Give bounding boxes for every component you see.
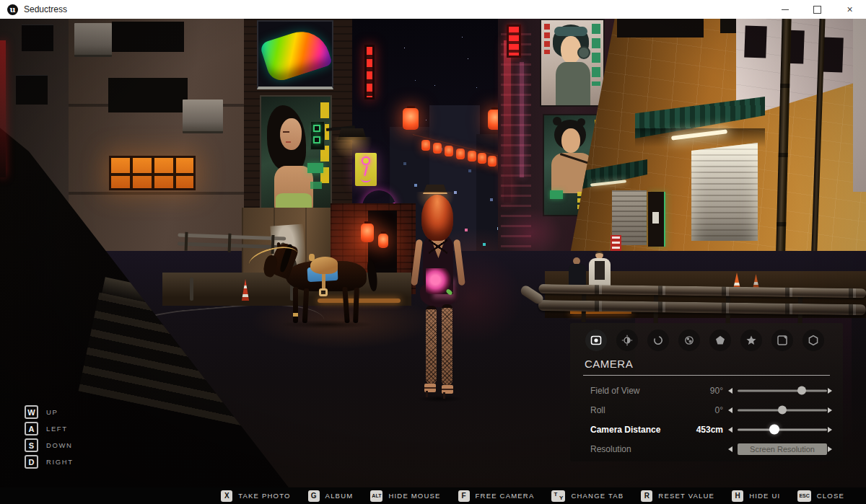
- hotkey-hide-ui[interactable]: H HIDE UI: [732, 490, 780, 502]
- hotkey-reset-value[interactable]: R RESET VALUE: [641, 490, 714, 502]
- decrease-arrow[interactable]: [728, 427, 732, 433]
- panel-title: CAMERA: [585, 358, 843, 370]
- row-value: 0°: [715, 405, 723, 415]
- red-lantern: [445, 146, 453, 156]
- roll-slider-handle[interactable]: [778, 406, 787, 415]
- decrease-arrow[interactable]: [728, 388, 732, 394]
- star-icon: [745, 335, 757, 346]
- tab-exposure[interactable]: [616, 330, 638, 351]
- key-r-icon: R: [641, 490, 652, 502]
- tab-color[interactable]: [678, 330, 700, 351]
- green-neon-sign: [310, 121, 325, 150]
- red-lantern: [456, 149, 465, 159]
- hint-left: A LEFT: [25, 422, 74, 436]
- red-vertical-neon-sign: [364, 45, 375, 100]
- key-s: S: [25, 438, 38, 452]
- key-alt-icon: ALT: [370, 490, 382, 502]
- key-d: D: [25, 455, 38, 469]
- close-button[interactable]: ×: [834, 0, 866, 19]
- increase-arrow[interactable]: [828, 388, 832, 394]
- key-a: A: [25, 422, 38, 436]
- camera-row-field-of-view: Field of View 90°: [570, 381, 843, 400]
- key-f-icon: F: [458, 490, 470, 502]
- tab-favorites[interactable]: [740, 330, 762, 351]
- metal-guardrail: [538, 281, 866, 326]
- red-lantern: [478, 153, 486, 164]
- camera-settings-panel: CAMERA Field of View 90° Roll 0° Camera …: [570, 323, 843, 461]
- hotkey-hide-mouse[interactable]: ALT HIDE MOUSE: [370, 490, 440, 502]
- increase-arrow[interactable]: [828, 407, 832, 413]
- key-esc-icon: ESC: [797, 490, 810, 502]
- photo-mode-tabs: [570, 323, 843, 351]
- red-lantern: [433, 143, 442, 154]
- tab-effects[interactable]: [709, 330, 731, 351]
- frame-icon: [777, 335, 788, 346]
- pentagon-icon: [714, 335, 726, 346]
- row-value: 453cm: [696, 425, 723, 435]
- camera-row-resolution: Resolution Screen Resolution: [570, 439, 843, 459]
- row-label: Camera Distance: [590, 425, 660, 435]
- red-edge-glow: [0, 40, 6, 177]
- distance-slider-handle[interactable]: [769, 425, 779, 435]
- key-g-icon: G: [308, 490, 320, 502]
- row-label: Resolution: [590, 444, 631, 454]
- billboard-sneaker: [257, 20, 333, 89]
- billboard-cyborg-girl-top: [540, 19, 605, 107]
- horse: [266, 244, 385, 332]
- hotkey-album[interactable]: G ALBUM: [308, 490, 354, 502]
- red-lantern: [361, 224, 374, 242]
- dotted-sphere-icon: [683, 335, 695, 346]
- camera-row-roll: Roll 0°: [570, 400, 843, 420]
- row-label: Field of View: [590, 386, 639, 396]
- maximize-button[interactable]: [801, 0, 834, 19]
- red-lantern: [403, 108, 419, 130]
- key-w: W: [25, 405, 38, 419]
- row-value: 90°: [710, 386, 723, 396]
- hint-up: W UP: [25, 405, 74, 419]
- hotkey-bar: X TAKE PHOTO G ALBUM ALT HIDE MOUSE F FR…: [0, 487, 866, 504]
- roller-shutter: [691, 143, 758, 241]
- window-title: Seductress: [24, 4, 67, 14]
- billboard-cyberpunk-girl-left: [260, 95, 332, 226]
- maximize-icon: [813, 6, 821, 14]
- row-label: Roll: [590, 405, 605, 415]
- hotkey-free-camera[interactable]: F FREE CAMERA: [458, 490, 535, 502]
- hotkey-change-tab[interactable]: TY CHANGE TAB: [551, 490, 624, 502]
- tab-vignette[interactable]: [647, 330, 669, 351]
- distance-slider-track[interactable]: [738, 428, 827, 430]
- previous-option-arrow[interactable]: [728, 446, 732, 452]
- hexagon-icon: [808, 335, 819, 346]
- red-lantern: [468, 151, 476, 162]
- key-t-y-icon: TY: [551, 490, 565, 502]
- red-lantern: [488, 156, 497, 167]
- fov-slider-track[interactable]: [738, 389, 827, 392]
- roll-slider-track[interactable]: [738, 409, 827, 411]
- viewfinder-icon: [590, 335, 602, 346]
- divider: [583, 375, 830, 376]
- increase-arrow[interactable]: [828, 427, 832, 433]
- key-h-icon: H: [732, 490, 743, 502]
- resolution-selector[interactable]: Screen Resolution: [738, 443, 827, 455]
- tab-camera[interactable]: [585, 330, 607, 351]
- rose-neon-sign: [355, 153, 377, 186]
- minimize-icon: [782, 9, 789, 10]
- hotkey-take-photo[interactable]: X TAKE PHOTO: [221, 490, 290, 502]
- hotkey-close[interactable]: ESC CLOSE: [797, 490, 844, 502]
- building-left-main: [69, 19, 253, 265]
- tab-frame[interactable]: [771, 330, 793, 351]
- decrease-arrow[interactable]: [728, 407, 732, 413]
- red-lantern: [421, 140, 430, 151]
- minimize-button[interactable]: [769, 0, 801, 19]
- fov-slider-handle[interactable]: [797, 386, 806, 395]
- close-icon: ×: [847, 4, 852, 14]
- next-option-arrow[interactable]: [828, 446, 832, 452]
- window-titlebar: u Seductress ×: [0, 0, 866, 19]
- unreal-engine-icon: u: [7, 4, 18, 15]
- hint-right: D RIGHT: [25, 455, 74, 469]
- camera-row-camera-distance: Camera Distance 453cm: [570, 420, 843, 439]
- green-awning-small: [579, 159, 647, 190]
- tab-filters[interactable]: [802, 330, 824, 351]
- hint-down: S DOWN: [25, 438, 74, 452]
- bollard: [190, 278, 193, 301]
- key-x-icon: X: [221, 490, 232, 502]
